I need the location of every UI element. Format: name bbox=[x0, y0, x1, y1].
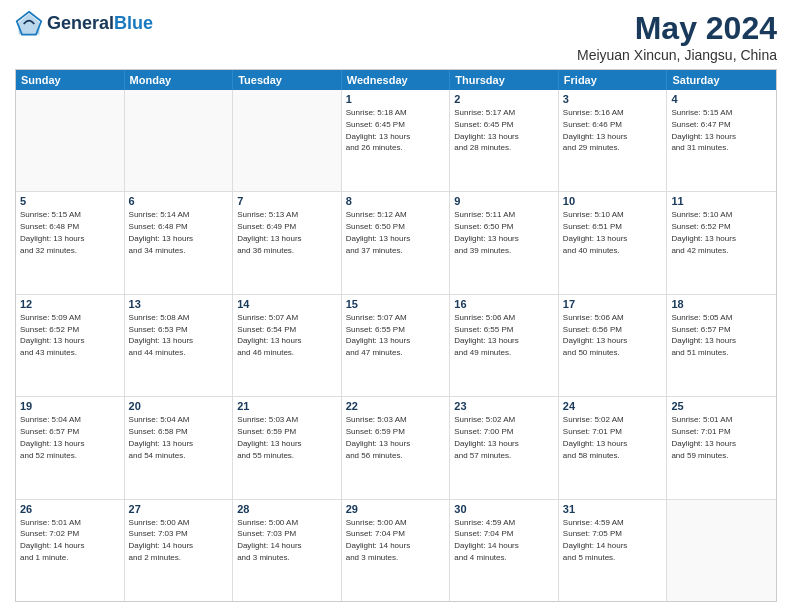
calendar-cell: 24Sunrise: 5:02 AM Sunset: 7:01 PM Dayli… bbox=[559, 397, 668, 498]
calendar-cell: 19Sunrise: 5:04 AM Sunset: 6:57 PM Dayli… bbox=[16, 397, 125, 498]
cell-info: Sunrise: 5:07 AM Sunset: 6:55 PM Dayligh… bbox=[346, 313, 410, 357]
logo-icon bbox=[15, 10, 43, 38]
day-number: 22 bbox=[346, 400, 446, 412]
weekday-header-monday: Monday bbox=[125, 70, 234, 90]
weekday-header-sunday: Sunday bbox=[16, 70, 125, 90]
cell-info: Sunrise: 5:04 AM Sunset: 6:58 PM Dayligh… bbox=[129, 415, 193, 459]
calendar-cell: 30Sunrise: 4:59 AM Sunset: 7:04 PM Dayli… bbox=[450, 500, 559, 601]
day-number: 9 bbox=[454, 195, 554, 207]
cell-info: Sunrise: 5:16 AM Sunset: 6:46 PM Dayligh… bbox=[563, 108, 627, 152]
calendar-cell bbox=[233, 90, 342, 191]
calendar-cell: 2Sunrise: 5:17 AM Sunset: 6:45 PM Daylig… bbox=[450, 90, 559, 191]
day-number: 28 bbox=[237, 503, 337, 515]
day-number: 1 bbox=[346, 93, 446, 105]
subtitle: Meiyuan Xincun, Jiangsu, China bbox=[577, 47, 777, 63]
day-number: 15 bbox=[346, 298, 446, 310]
day-number: 31 bbox=[563, 503, 663, 515]
day-number: 6 bbox=[129, 195, 229, 207]
cell-info: Sunrise: 5:10 AM Sunset: 6:51 PM Dayligh… bbox=[563, 210, 627, 254]
calendar-cell: 26Sunrise: 5:01 AM Sunset: 7:02 PM Dayli… bbox=[16, 500, 125, 601]
page-header: GeneralBlue May 2024 Meiyuan Xincun, Jia… bbox=[15, 10, 777, 63]
day-number: 13 bbox=[129, 298, 229, 310]
calendar-row-1: 5Sunrise: 5:15 AM Sunset: 6:48 PM Daylig… bbox=[16, 192, 776, 294]
day-number: 18 bbox=[671, 298, 772, 310]
cell-info: Sunrise: 4:59 AM Sunset: 7:05 PM Dayligh… bbox=[563, 518, 627, 562]
calendar-page: GeneralBlue May 2024 Meiyuan Xincun, Jia… bbox=[0, 0, 792, 612]
calendar-cell: 25Sunrise: 5:01 AM Sunset: 7:01 PM Dayli… bbox=[667, 397, 776, 498]
day-number: 5 bbox=[20, 195, 120, 207]
calendar-cell: 16Sunrise: 5:06 AM Sunset: 6:55 PM Dayli… bbox=[450, 295, 559, 396]
cell-info: Sunrise: 5:13 AM Sunset: 6:49 PM Dayligh… bbox=[237, 210, 301, 254]
calendar-cell: 23Sunrise: 5:02 AM Sunset: 7:00 PM Dayli… bbox=[450, 397, 559, 498]
day-number: 3 bbox=[563, 93, 663, 105]
calendar-row-3: 19Sunrise: 5:04 AM Sunset: 6:57 PM Dayli… bbox=[16, 397, 776, 499]
logo-text: GeneralBlue bbox=[47, 14, 153, 34]
calendar-cell: 20Sunrise: 5:04 AM Sunset: 6:58 PM Dayli… bbox=[125, 397, 234, 498]
day-number: 19 bbox=[20, 400, 120, 412]
cell-info: Sunrise: 5:12 AM Sunset: 6:50 PM Dayligh… bbox=[346, 210, 410, 254]
calendar-cell: 31Sunrise: 4:59 AM Sunset: 7:05 PM Dayli… bbox=[559, 500, 668, 601]
calendar-cell: 3Sunrise: 5:16 AM Sunset: 6:46 PM Daylig… bbox=[559, 90, 668, 191]
calendar-cell bbox=[16, 90, 125, 191]
calendar-cell: 13Sunrise: 5:08 AM Sunset: 6:53 PM Dayli… bbox=[125, 295, 234, 396]
weekday-header-thursday: Thursday bbox=[450, 70, 559, 90]
day-number: 7 bbox=[237, 195, 337, 207]
cell-info: Sunrise: 4:59 AM Sunset: 7:04 PM Dayligh… bbox=[454, 518, 518, 562]
calendar-cell: 18Sunrise: 5:05 AM Sunset: 6:57 PM Dayli… bbox=[667, 295, 776, 396]
calendar-cell: 4Sunrise: 5:15 AM Sunset: 6:47 PM Daylig… bbox=[667, 90, 776, 191]
calendar-cell: 10Sunrise: 5:10 AM Sunset: 6:51 PM Dayli… bbox=[559, 192, 668, 293]
calendar-cell: 27Sunrise: 5:00 AM Sunset: 7:03 PM Dayli… bbox=[125, 500, 234, 601]
day-number: 2 bbox=[454, 93, 554, 105]
calendar-row-2: 12Sunrise: 5:09 AM Sunset: 6:52 PM Dayli… bbox=[16, 295, 776, 397]
calendar-cell: 11Sunrise: 5:10 AM Sunset: 6:52 PM Dayli… bbox=[667, 192, 776, 293]
title-block: May 2024 Meiyuan Xincun, Jiangsu, China bbox=[577, 10, 777, 63]
calendar-cell: 9Sunrise: 5:11 AM Sunset: 6:50 PM Daylig… bbox=[450, 192, 559, 293]
cell-info: Sunrise: 5:00 AM Sunset: 7:04 PM Dayligh… bbox=[346, 518, 410, 562]
cell-info: Sunrise: 5:15 AM Sunset: 6:48 PM Dayligh… bbox=[20, 210, 84, 254]
calendar-cell: 5Sunrise: 5:15 AM Sunset: 6:48 PM Daylig… bbox=[16, 192, 125, 293]
calendar-cell: 8Sunrise: 5:12 AM Sunset: 6:50 PM Daylig… bbox=[342, 192, 451, 293]
cell-info: Sunrise: 5:02 AM Sunset: 7:01 PM Dayligh… bbox=[563, 415, 627, 459]
day-number: 17 bbox=[563, 298, 663, 310]
cell-info: Sunrise: 5:17 AM Sunset: 6:45 PM Dayligh… bbox=[454, 108, 518, 152]
cell-info: Sunrise: 5:04 AM Sunset: 6:57 PM Dayligh… bbox=[20, 415, 84, 459]
weekday-header-tuesday: Tuesday bbox=[233, 70, 342, 90]
calendar-cell: 28Sunrise: 5:00 AM Sunset: 7:03 PM Dayli… bbox=[233, 500, 342, 601]
calendar-cell: 7Sunrise: 5:13 AM Sunset: 6:49 PM Daylig… bbox=[233, 192, 342, 293]
cell-info: Sunrise: 5:14 AM Sunset: 6:48 PM Dayligh… bbox=[129, 210, 193, 254]
calendar-header: SundayMondayTuesdayWednesdayThursdayFrid… bbox=[16, 70, 776, 90]
day-number: 30 bbox=[454, 503, 554, 515]
cell-info: Sunrise: 5:05 AM Sunset: 6:57 PM Dayligh… bbox=[671, 313, 735, 357]
cell-info: Sunrise: 5:00 AM Sunset: 7:03 PM Dayligh… bbox=[237, 518, 301, 562]
day-number: 21 bbox=[237, 400, 337, 412]
calendar-cell: 21Sunrise: 5:03 AM Sunset: 6:59 PM Dayli… bbox=[233, 397, 342, 498]
weekday-header-friday: Friday bbox=[559, 70, 668, 90]
cell-info: Sunrise: 5:06 AM Sunset: 6:55 PM Dayligh… bbox=[454, 313, 518, 357]
calendar-cell: 22Sunrise: 5:03 AM Sunset: 6:59 PM Dayli… bbox=[342, 397, 451, 498]
calendar-cell: 17Sunrise: 5:06 AM Sunset: 6:56 PM Dayli… bbox=[559, 295, 668, 396]
cell-info: Sunrise: 5:01 AM Sunset: 7:01 PM Dayligh… bbox=[671, 415, 735, 459]
cell-info: Sunrise: 5:03 AM Sunset: 6:59 PM Dayligh… bbox=[346, 415, 410, 459]
cell-info: Sunrise: 5:10 AM Sunset: 6:52 PM Dayligh… bbox=[671, 210, 735, 254]
day-number: 12 bbox=[20, 298, 120, 310]
day-number: 23 bbox=[454, 400, 554, 412]
calendar-cell: 14Sunrise: 5:07 AM Sunset: 6:54 PM Dayli… bbox=[233, 295, 342, 396]
calendar-cell bbox=[667, 500, 776, 601]
day-number: 11 bbox=[671, 195, 772, 207]
cell-info: Sunrise: 5:11 AM Sunset: 6:50 PM Dayligh… bbox=[454, 210, 518, 254]
day-number: 8 bbox=[346, 195, 446, 207]
calendar-cell: 29Sunrise: 5:00 AM Sunset: 7:04 PM Dayli… bbox=[342, 500, 451, 601]
day-number: 26 bbox=[20, 503, 120, 515]
cell-info: Sunrise: 5:18 AM Sunset: 6:45 PM Dayligh… bbox=[346, 108, 410, 152]
cell-info: Sunrise: 5:06 AM Sunset: 6:56 PM Dayligh… bbox=[563, 313, 627, 357]
day-number: 20 bbox=[129, 400, 229, 412]
cell-info: Sunrise: 5:15 AM Sunset: 6:47 PM Dayligh… bbox=[671, 108, 735, 152]
cell-info: Sunrise: 5:09 AM Sunset: 6:52 PM Dayligh… bbox=[20, 313, 84, 357]
calendar-row-4: 26Sunrise: 5:01 AM Sunset: 7:02 PM Dayli… bbox=[16, 500, 776, 601]
cell-info: Sunrise: 5:01 AM Sunset: 7:02 PM Dayligh… bbox=[20, 518, 84, 562]
calendar-cell: 15Sunrise: 5:07 AM Sunset: 6:55 PM Dayli… bbox=[342, 295, 451, 396]
calendar: SundayMondayTuesdayWednesdayThursdayFrid… bbox=[15, 69, 777, 602]
weekday-header-saturday: Saturday bbox=[667, 70, 776, 90]
cell-info: Sunrise: 5:07 AM Sunset: 6:54 PM Dayligh… bbox=[237, 313, 301, 357]
day-number: 10 bbox=[563, 195, 663, 207]
